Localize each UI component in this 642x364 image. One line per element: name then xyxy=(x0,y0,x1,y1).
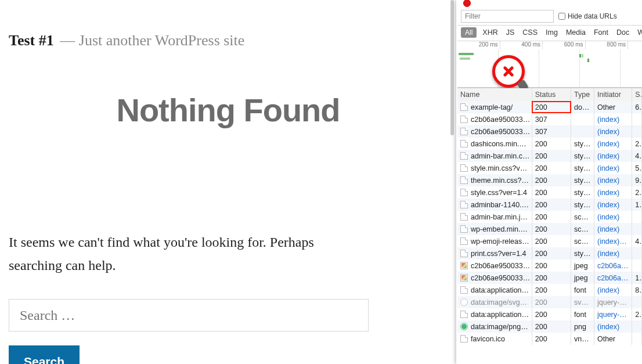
site-title[interactable]: Test #1 xyxy=(9,32,54,49)
request-type: sty… xyxy=(571,150,594,162)
request-name: adminbar-1140.… xyxy=(471,201,529,209)
filter-img[interactable]: Img xyxy=(543,27,560,38)
filter-ws[interactable]: WS xyxy=(635,27,642,38)
request-initiator[interactable]: c2b06a… xyxy=(594,260,632,272)
request-initiator[interactable]: (index) xyxy=(594,138,632,150)
table-row[interactable]: example-tag/200do…Other6 xyxy=(457,101,642,113)
request-size: 2 xyxy=(632,138,642,150)
table-row[interactable]: admin-bar.min.j…200scr…(index) xyxy=(457,211,642,223)
table-row[interactable]: data:image/svg…200sv…jquery-… xyxy=(457,296,642,308)
request-status: 200 xyxy=(532,150,571,162)
request-size: 2 xyxy=(632,186,642,199)
request-status: 200 xyxy=(532,247,571,260)
search-button[interactable]: Search xyxy=(9,345,80,364)
table-row[interactable]: c2b06ae950033…200jpegc2b06a…1 xyxy=(457,272,642,284)
filter-input[interactable]: Filter xyxy=(461,10,554,23)
request-initiator[interactable]: (index) xyxy=(594,247,632,260)
table-row[interactable]: c2b06ae950033…307(index) xyxy=(457,113,642,125)
request-initiator[interactable]: Other xyxy=(594,101,632,113)
request-initiator[interactable]: jquery-… xyxy=(594,296,632,308)
request-initiator[interactable]: (index) xyxy=(594,320,632,333)
request-initiator[interactable]: (index) xyxy=(594,162,632,174)
request-status: 307 xyxy=(532,125,571,138)
table-row[interactable]: style.min.css?v…200sty…(index)5 xyxy=(457,162,642,174)
image-file-icon xyxy=(460,262,468,269)
table-row[interactable]: data:application…200fontjquery-…2 xyxy=(457,308,642,320)
request-size: 4 xyxy=(632,235,642,247)
request-status: 200 xyxy=(532,320,571,333)
table-row[interactable]: adminbar-1140.…200sty…(index)1 xyxy=(457,199,642,211)
file-icon xyxy=(460,176,468,184)
table-row[interactable]: theme.min.css?…200sty…(index)9 xyxy=(457,174,642,186)
request-type: sty… xyxy=(571,138,594,150)
search-form: Search xyxy=(9,299,369,364)
hide-data-urls-checkbox[interactable]: Hide data URLs xyxy=(558,12,617,20)
table-row[interactable]: favicon.ico200vn…Other xyxy=(457,333,642,345)
request-type: scr… xyxy=(571,211,594,223)
request-name: c2b06ae950033… xyxy=(471,262,530,270)
column-size[interactable]: S xyxy=(632,88,642,101)
table-row[interactable]: wp-embed.min.…200scr…(index) xyxy=(457,223,642,235)
file-icon xyxy=(460,103,468,111)
request-name: data:image/png… xyxy=(471,323,528,331)
type-filter-row: All XHR JS CSS Img Media Font Doc WS M xyxy=(457,26,642,41)
record-icon[interactable] xyxy=(463,0,471,7)
request-name: c2b06ae950033… xyxy=(471,116,530,124)
request-initiator[interactable]: (index) xyxy=(594,125,632,138)
request-size: 2 xyxy=(632,308,642,320)
request-size: 6 xyxy=(632,101,642,113)
request-initiator[interactable]: (index) xyxy=(594,186,632,199)
request-initiator[interactable]: (index) xyxy=(594,174,632,186)
request-status: 200 xyxy=(532,174,571,186)
table-row[interactable]: dashicons.min.…200sty…(index)2 xyxy=(457,138,642,150)
request-initiator[interactable]: (index) xyxy=(594,223,632,235)
request-initiator[interactable]: (index) xyxy=(594,113,632,125)
wordpress-page: Test #1 — Just another WordPress site No… xyxy=(0,0,456,364)
filter-all[interactable]: All xyxy=(461,27,477,38)
request-status: 200 xyxy=(532,260,571,272)
request-status: 200 xyxy=(532,162,571,174)
ruler-tick: 400 ms xyxy=(500,41,543,49)
file-icon xyxy=(460,237,468,245)
search-input[interactable] xyxy=(9,299,369,331)
request-initiator[interactable]: c2b06a… xyxy=(594,272,632,284)
request-initiator[interactable]: jquery-… xyxy=(594,308,632,320)
filter-xhr[interactable]: XHR xyxy=(480,27,500,38)
hide-data-urls-box[interactable] xyxy=(558,13,565,20)
filter-font[interactable]: Font xyxy=(591,27,611,38)
file-icon xyxy=(460,128,468,135)
file-icon xyxy=(460,335,468,343)
timeline-ruler[interactable]: 200 ms 400 ms 600 ms 800 ms xyxy=(457,41,642,88)
request-type: sty… xyxy=(571,247,594,260)
ruler-tick: 600 ms xyxy=(543,41,586,49)
filter-js[interactable]: JS xyxy=(504,27,517,38)
table-row[interactable]: style.css?ver=1.4200sty…(index)2 xyxy=(457,186,642,199)
table-row[interactable]: print.css?ver=1.4200sty…(index) xyxy=(457,247,642,260)
request-name: favicon.ico xyxy=(471,335,505,343)
request-initiator[interactable]: (index) xyxy=(594,150,632,162)
request-initiator[interactable]: (index):27 xyxy=(594,235,632,247)
request-initiator[interactable]: (index) xyxy=(594,284,632,296)
filter-media[interactable]: Media xyxy=(564,27,588,38)
request-initiator[interactable]: (index) xyxy=(594,199,632,211)
request-type xyxy=(571,125,594,138)
request-size xyxy=(632,247,642,260)
column-status[interactable]: Status xyxy=(532,88,571,101)
filter-css[interactable]: CSS xyxy=(520,27,540,38)
table-row[interactable]: wp-emoji-releas…200scr…(index):274 xyxy=(457,235,642,247)
table-row[interactable]: admin-bar.min.c…200sty…(index)4 xyxy=(457,150,642,162)
column-type[interactable]: Type xyxy=(571,88,594,101)
request-type: do… xyxy=(571,101,594,113)
file-icon xyxy=(460,250,468,257)
filter-doc[interactable]: Doc xyxy=(614,27,632,38)
table-row[interactable]: data:application…200font(index)8 xyxy=(457,284,642,296)
request-initiator[interactable]: (index) xyxy=(594,211,632,223)
page-scrollbar[interactable] xyxy=(450,0,454,135)
table-row[interactable]: c2b06ae950033…307(index) xyxy=(457,125,642,138)
table-row[interactable]: c2b06ae950033…200jpegc2b06a… xyxy=(457,260,642,272)
column-name[interactable]: Name xyxy=(457,88,532,101)
request-initiator[interactable]: Other xyxy=(594,333,632,345)
table-row[interactable]: data:image/png…200png(index) xyxy=(457,320,642,333)
column-initiator[interactable]: Initiator xyxy=(594,88,632,101)
request-type: vn… xyxy=(571,333,594,345)
